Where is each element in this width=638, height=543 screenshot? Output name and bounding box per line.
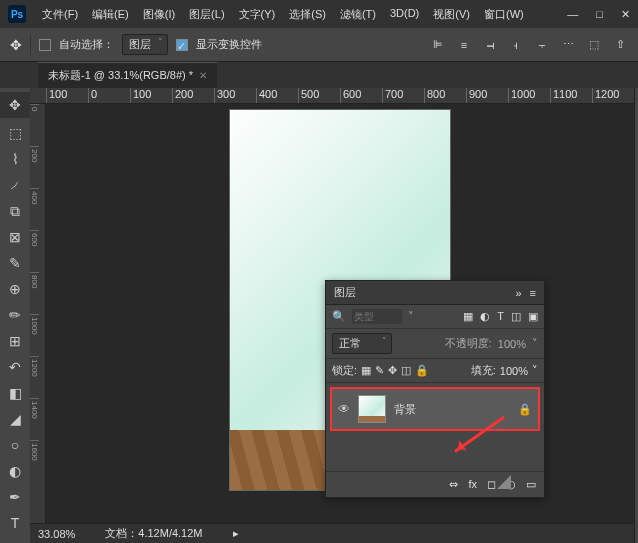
- horizontal-ruler: 1000100200300400500600700800900100011001…: [30, 88, 634, 104]
- layer-name[interactable]: 背景: [394, 402, 510, 417]
- more-icon[interactable]: ⋯: [560, 37, 576, 53]
- right-panels: ↺历... 🎨颜色 ▦色板 ▄渐变 ▧图案 ≡属性 ◐调整 ◆通道 ╬路径 ❖图…: [634, 88, 638, 543]
- menu-window[interactable]: 窗口(W): [478, 3, 530, 26]
- filter-shape-icon[interactable]: ◫: [511, 310, 521, 323]
- lock-artboard-icon[interactable]: ◫: [401, 364, 411, 377]
- tab-close-icon[interactable]: ✕: [199, 70, 207, 81]
- blur-tool[interactable]: ○: [0, 432, 30, 458]
- healing-tool[interactable]: ⊕: [0, 276, 30, 302]
- layer-item-background[interactable]: 👁 背景 🔒: [330, 387, 540, 431]
- layers-panel-title: 图层: [334, 285, 515, 300]
- crop-tool[interactable]: ⧉: [0, 198, 30, 224]
- opacity-label: 不透明度:: [445, 336, 492, 351]
- distribute-v-icon[interactable]: ⫟: [534, 37, 550, 53]
- lock-pixels-icon[interactable]: ▦: [361, 364, 371, 377]
- minimize-icon[interactable]: ―: [567, 8, 578, 21]
- lock-position-icon[interactable]: ✎: [375, 364, 384, 377]
- distribute-h-icon[interactable]: ⫞: [508, 37, 524, 53]
- new-group-icon[interactable]: ▭: [526, 478, 536, 491]
- eraser-tool[interactable]: ◧: [0, 380, 30, 406]
- type-tool[interactable]: T: [0, 510, 30, 536]
- menu-3d[interactable]: 3D(D): [384, 3, 425, 26]
- doc-size: 文档：4.12M/4.12M: [105, 526, 202, 541]
- layer-fx-icon[interactable]: fx: [468, 478, 477, 491]
- gradient-tool[interactable]: ◢: [0, 406, 30, 432]
- stamp-tool[interactable]: ⊞: [0, 328, 30, 354]
- lock-label: 锁定:: [332, 363, 357, 378]
- menu-select[interactable]: 选择(S): [283, 3, 332, 26]
- pen-tool[interactable]: ✒: [0, 484, 30, 510]
- layer-thumbnail[interactable]: [358, 395, 386, 423]
- menu-edit[interactable]: 编辑(E): [86, 3, 135, 26]
- align-right-icon[interactable]: ⫤: [482, 37, 498, 53]
- panel-expand-icon[interactable]: »: [515, 287, 521, 299]
- share-icon[interactable]: ⇧: [612, 37, 628, 53]
- 3d-mode-icon[interactable]: ⬚: [586, 37, 602, 53]
- brush-tool[interactable]: ✏: [0, 302, 30, 328]
- menu-file[interactable]: 文件(F): [36, 3, 84, 26]
- show-transform-checkbox[interactable]: ✓: [176, 39, 188, 51]
- filter-adjustment-icon[interactable]: ◐: [480, 310, 490, 323]
- opacity-value[interactable]: 100%: [498, 338, 526, 350]
- menu-view[interactable]: 视图(V): [427, 3, 476, 26]
- wand-tool[interactable]: ⟋: [0, 172, 30, 198]
- filter-pixel-icon[interactable]: ▦: [463, 310, 473, 323]
- lock-move-icon[interactable]: ✥: [388, 364, 397, 377]
- lock-all-icon[interactable]: 🔒: [415, 364, 429, 377]
- visibility-icon[interactable]: 👁: [338, 402, 350, 416]
- show-transform-label: 显示变换控件: [196, 37, 262, 52]
- layer-dropdown[interactable]: 图层: [122, 34, 168, 55]
- frame-tool[interactable]: ⊠: [0, 224, 30, 250]
- menu-layer[interactable]: 图层(L): [183, 3, 230, 26]
- layer-mask-icon[interactable]: ◻: [487, 478, 496, 491]
- fill-value[interactable]: 100%: [500, 365, 528, 377]
- ps-logo: Ps: [8, 5, 26, 23]
- menu-type[interactable]: 文字(Y): [233, 3, 282, 26]
- align-left-icon[interactable]: ⊫: [430, 37, 446, 53]
- tab-title: 未标题-1 @ 33.1%(RGB/8#) *: [48, 68, 193, 83]
- move-tool-icon: ✥: [10, 37, 22, 53]
- layer-lock-icon[interactable]: 🔒: [518, 403, 532, 416]
- main-menu: 文件(F) 编辑(E) 图像(I) 图层(L) 文字(Y) 选择(S) 滤镜(T…: [36, 3, 567, 26]
- status-bar: 33.08% 文档：4.12M/4.12M ▸: [30, 523, 634, 543]
- eyedropper-tool[interactable]: ✎: [0, 250, 30, 276]
- toolbar: ✥ ⬚ ⌇ ⟋ ⧉ ⊠ ✎ ⊕ ✏ ⊞ ↶ ◧ ◢ ○ ◐ ✒ T: [0, 88, 30, 543]
- align-center-icon[interactable]: ≡: [456, 37, 472, 53]
- auto-select-checkbox[interactable]: [39, 39, 51, 51]
- move-tool[interactable]: ✥: [0, 92, 30, 118]
- close-icon[interactable]: ✕: [621, 8, 630, 21]
- history-brush-tool[interactable]: ↶: [0, 354, 30, 380]
- fill-label: 填充:: [471, 363, 496, 378]
- menu-image[interactable]: 图像(I): [137, 3, 181, 26]
- options-bar: ✥ 自动选择： 图层 ✓ 显示变换控件 ⊫ ≡ ⫤ ⫞ ⫟ ⋯ ⬚ ⇧: [0, 28, 638, 62]
- lasso-tool[interactable]: ⌇: [0, 146, 30, 172]
- resize-handle-icon[interactable]: [497, 475, 511, 489]
- maximize-icon[interactable]: □: [596, 8, 603, 21]
- vertical-ruler: 02004006008001000120014001600: [30, 104, 46, 523]
- link-layers-icon[interactable]: ⇔: [449, 478, 458, 491]
- status-chevron-icon[interactable]: ▸: [233, 527, 239, 540]
- panel-menu-icon[interactable]: ≡: [530, 287, 536, 299]
- filter-smart-icon[interactable]: ▣: [528, 310, 538, 323]
- menu-filter[interactable]: 滤镜(T): [334, 3, 382, 26]
- filter-type-icon[interactable]: T: [497, 310, 504, 323]
- layer-filter-input[interactable]: [352, 309, 402, 324]
- auto-select-label: 自动选择：: [59, 37, 114, 52]
- dodge-tool[interactable]: ◐: [0, 458, 30, 484]
- blend-mode-dropdown[interactable]: 正常: [332, 333, 392, 354]
- marquee-tool[interactable]: ⬚: [0, 120, 30, 146]
- search-icon: 🔍: [332, 310, 346, 323]
- document-tab[interactable]: 未标题-1 @ 33.1%(RGB/8#) * ✕: [38, 62, 217, 88]
- layers-panel: 图层 » ≡ 🔍 ˅ ▦ ◐ T ◫ ▣ 正常 不透明度: 100% ˅ 锁定:…: [325, 280, 545, 498]
- zoom-level[interactable]: 33.08%: [38, 528, 75, 540]
